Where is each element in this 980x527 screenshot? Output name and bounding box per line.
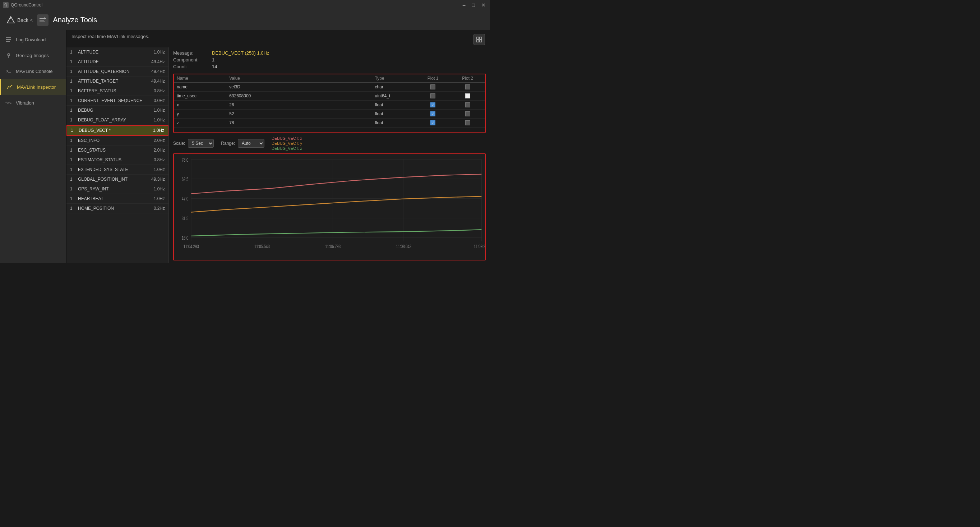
legend-y: DEBUG_VECT: y [272, 141, 302, 145]
svg-rect-13 [477, 40, 479, 42]
list-item[interactable]: 1 ATTITUDE_QUATERNION 49.4Hz [67, 67, 169, 76]
sidebar-item-mavlink-inspector[interactable]: MAVLink Inspector [0, 79, 66, 95]
plot2-checkbox[interactable] [465, 111, 470, 116]
app-title: QGroundControl [11, 3, 42, 8]
field-value: 52 [226, 110, 283, 119]
field-name: name [174, 83, 226, 92]
chart-controls: Scale: 5 Sec 10 Sec 30 Sec Range: Auto M… [173, 136, 486, 151]
inspect-text: Inspect real time MAVLink messages. [72, 34, 150, 39]
field-type: uint64_t [372, 92, 416, 100]
legend-x: DEBUG_VECT: x [272, 136, 302, 140]
plot1-checkbox[interactable]: ✓ [430, 120, 435, 125]
plot2-checkbox[interactable] [465, 102, 470, 107]
terminal-icon [5, 67, 12, 75]
wave-icon [5, 99, 12, 106]
sidebar-item-log-download[interactable]: Log Download [0, 32, 66, 48]
sidebar-label-vibration: Vibration [16, 100, 34, 106]
field-name: z [174, 119, 226, 127]
analyze-tools-icon [37, 14, 48, 26]
close-button[interactable]: ✕ [480, 2, 487, 8]
svg-rect-5 [44, 17, 45, 19]
col-header-type [283, 74, 372, 83]
list-item-debug-vect[interactable]: 1 DEBUG_VECT * 1.0Hz [67, 125, 169, 136]
list-item[interactable]: 1 ALTITUDE 1.0Hz [67, 48, 169, 57]
breadcrumb-separator: < [30, 17, 33, 23]
sidebar-item-geotag-images[interactable]: GeoTag Images [0, 48, 66, 63]
maximize-button[interactable]: □ [471, 2, 476, 8]
content-area: Inspect real time MAVLink messages. 1 AL… [67, 30, 490, 263]
svg-rect-2 [40, 18, 46, 19]
component-value: 1 [212, 57, 486, 62]
sidebar-label-mavlink-inspector: MAVLink Inspector [17, 84, 56, 90]
svg-point-9 [8, 54, 10, 56]
svg-rect-3 [40, 20, 44, 21]
table-row: name vel3D char [174, 83, 485, 92]
scale-dropdown[interactable]: 5 Sec 10 Sec 30 Sec [188, 139, 214, 148]
sidebar-label-log-download: Log Download [16, 37, 46, 42]
minimize-button[interactable]: – [461, 2, 467, 8]
plot1-checkbox[interactable]: ✓ [430, 111, 435, 116]
list-icon [5, 36, 12, 43]
list-item[interactable]: 1 GPS_RAW_INT 1.0Hz [67, 184, 169, 194]
svg-rect-6 [6, 37, 11, 38]
plot2-checkbox[interactable] [465, 84, 470, 89]
chart-icon [6, 83, 13, 91]
list-item[interactable]: 1 HOME_POSITION 0.2Hz [67, 204, 169, 213]
svg-text:11:06.793: 11:06.793 [325, 244, 340, 250]
field-value: vel3D [226, 83, 283, 92]
content-body: 1 ALTITUDE 1.0Hz 1 ATTITUDE 49.4Hz 1 ATT… [67, 48, 490, 263]
plot2-checkbox[interactable] [465, 120, 470, 125]
field-type: char [372, 83, 416, 92]
message-detail-header: Message: DEBUG_VECT (250) 1.0Hz Componen… [173, 50, 486, 69]
svg-text:31.5: 31.5 [182, 215, 189, 222]
svg-rect-11 [477, 37, 479, 39]
plot1-checkbox[interactable] [430, 84, 435, 89]
list-item[interactable]: 1 CURRENT_EVENT_SEQUENCE 0.0Hz [67, 96, 169, 106]
plot1-checkbox[interactable]: ✓ [430, 102, 435, 107]
svg-rect-7 [6, 39, 11, 40]
sidebar-item-mavlink-console[interactable]: MAVLink Console [0, 63, 66, 79]
list-item[interactable]: 1 DEBUG 1.0Hz [67, 106, 169, 115]
list-item[interactable]: 1 DEBUG_FLOAT_ARRAY 1.0Hz [67, 115, 169, 125]
list-item[interactable]: 1 ATTITUDE_TARGET 49.4Hz [67, 76, 169, 86]
list-item[interactable]: 1 ESTIMATOR_STATUS 0.8Hz [67, 155, 169, 165]
svg-rect-4 [40, 22, 45, 22]
list-item[interactable]: 1 ESC_INFO 2.0Hz [67, 136, 169, 145]
field-value: 632608000 [226, 92, 283, 100]
field-value: 78 [226, 119, 283, 127]
plot2-checkbox[interactable] [465, 93, 470, 99]
message-label: Message: [173, 50, 209, 56]
chart-line-y [191, 196, 481, 212]
scale-label: Scale: [173, 141, 185, 146]
back-button[interactable]: Back < [6, 15, 33, 25]
sidebar-label-geotag: GeoTag Images [16, 53, 49, 58]
field-name: x [174, 100, 226, 110]
fields-table-container: Name Value Type Plot 1 Plot 2 name [173, 74, 486, 132]
svg-text:11:05.543: 11:05.543 [255, 244, 270, 250]
expand-icon[interactable] [474, 34, 485, 45]
svg-text:11:09.293: 11:09.293 [474, 244, 485, 250]
sidebar-item-vibration[interactable]: Vibration [0, 95, 66, 111]
svg-rect-12 [480, 37, 482, 39]
app-icon: Q [3, 2, 9, 8]
list-item[interactable]: 1 GLOBAL_POSITION_INT 49.3Hz [67, 175, 169, 184]
list-item[interactable]: 1 ESC_STATUS 2.0Hz [67, 145, 169, 155]
legend-z: DEBUG_VECT: z [272, 146, 302, 151]
titlebar-left: Q QGroundControl [3, 2, 42, 8]
plot1-checkbox[interactable] [430, 93, 435, 99]
svg-rect-14 [480, 40, 482, 42]
table-row: z 78 float ✓ [174, 119, 485, 127]
window-controls[interactable]: – □ ✕ [461, 2, 487, 8]
field-name: y [174, 110, 226, 119]
list-item[interactable]: 1 ATTITUDE 49.4Hz [67, 57, 169, 67]
list-item[interactable]: 1 EXTENDED_SYS_STATE 1.0Hz [67, 165, 169, 175]
table-row: x 26 float ✓ [174, 100, 485, 110]
field-type: float [372, 110, 416, 119]
range-dropdown[interactable]: Auto Manual [238, 139, 264, 148]
page-title: Analyze Tools [53, 16, 97, 24]
back-label[interactable]: Back [17, 17, 29, 23]
range-label: Range: [221, 141, 235, 146]
list-item[interactable]: 1 BATTERY_STATUS 0.8Hz [67, 86, 169, 96]
app-header: Back < Analyze Tools [0, 10, 490, 30]
list-item[interactable]: 1 HEARTBEAT 1.0Hz [67, 194, 169, 204]
